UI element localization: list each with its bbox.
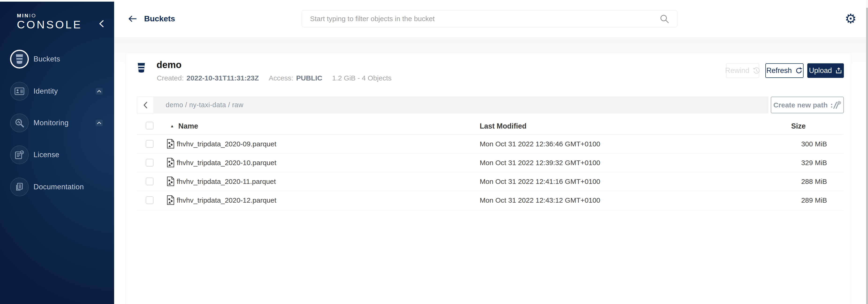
documentation-icon	[10, 177, 29, 196]
table-row[interactable]: fhvhv_tripdata_2020-10.parquet Mon Oct 3…	[137, 154, 843, 172]
main-content: demo Created: 2022-10-31T11:31:23Z Acces…	[114, 38, 866, 304]
back-button[interactable]	[128, 15, 138, 23]
object-last-modified: Mon Oct 31 2022 12:43:12 GMT+0100	[480, 191, 600, 210]
object-name[interactable]: fhvhv_tripdata_2020-12.parquet	[177, 191, 276, 210]
page-title[interactable]: Buckets	[144, 14, 175, 23]
created-value: 2022-10-31T11:31:23Z	[187, 74, 259, 82]
object-name[interactable]: fhvhv_tripdata_2020-10.parquet	[177, 154, 276, 172]
sidebar-item-identity[interactable]: Identity	[0, 82, 114, 101]
sidebar-item-buckets[interactable]: Buckets	[0, 50, 114, 68]
row-checkbox[interactable]	[146, 140, 154, 148]
select-all-checkbox[interactable]	[146, 122, 154, 130]
path-back-button[interactable]	[137, 97, 154, 113]
object-size: 288 MiB	[801, 172, 827, 191]
sidebar-item-monitoring[interactable]: Monitoring	[0, 113, 114, 132]
create-new-path-button[interactable]: Create new path	[771, 96, 844, 113]
filter-objects-input[interactable]	[302, 10, 678, 27]
breadcrumb[interactable]: demo / ny-taxi-data / raw	[154, 97, 768, 113]
page-scrollbar[interactable]	[866, 0, 868, 304]
object-size: 289 MiB	[801, 191, 827, 210]
back-arrow-icon	[128, 15, 138, 22]
chevron-left-icon	[143, 101, 148, 109]
column-header-last-modified[interactable]: Last Modified	[480, 117, 527, 135]
object-last-modified: Mon Oct 31 2022 12:36:46 GMT+0100	[480, 135, 600, 154]
license-icon	[10, 145, 29, 164]
sidebar-item-license[interactable]: License	[0, 145, 114, 164]
sidebar-item-label: License	[33, 145, 59, 164]
rewind-label: Rewind	[725, 66, 749, 75]
row-checkbox[interactable]	[146, 196, 154, 204]
sidebar-collapse-button[interactable]	[98, 20, 107, 28]
monitoring-icon	[10, 113, 29, 132]
column-header-size[interactable]: Size	[791, 117, 806, 135]
parquet-file-icon	[166, 139, 175, 149]
bucket-icon	[137, 62, 146, 74]
sidebar-item-label: Buckets	[33, 50, 60, 68]
object-size: 329 MiB	[801, 154, 827, 172]
created-label: Created:	[157, 74, 184, 82]
sidebar-item-documentation[interactable]: Documentation	[0, 177, 114, 196]
scrollbar-thumb[interactable]	[866, 8, 868, 304]
objects-table: ▲ Name Last Modified Size fhvhv_tripdata…	[137, 117, 843, 211]
bucket-name-title: demo	[157, 60, 182, 70]
search-container	[302, 10, 678, 27]
access-value: PUBLIC	[296, 74, 322, 82]
logo-brand-bold: MIN	[17, 13, 29, 19]
table-header-row: ▲ Name Last Modified Size	[137, 117, 843, 135]
settings-gear-icon[interactable]: ⚙	[845, 11, 857, 26]
chevron-up-icon[interactable]	[96, 120, 103, 126]
parquet-file-icon	[166, 195, 175, 205]
sidebar-item-label: Monitoring	[33, 113, 69, 132]
chevron-up-icon[interactable]	[96, 88, 103, 94]
upload-button[interactable]: Upload	[807, 63, 844, 78]
sort-ascending-icon[interactable]: ▲	[170, 117, 174, 135]
rewind-icon	[753, 67, 760, 74]
logo-product: CONSOLE	[17, 19, 82, 30]
topbar: Buckets ⚙	[114, 0, 866, 38]
minio-logo: MINIO CONSOLE	[17, 13, 82, 30]
identity-icon	[10, 82, 29, 101]
table-row[interactable]: fhvhv_tripdata_2020-12.parquet Mon Oct 3…	[137, 191, 843, 211]
create-new-path-label: Create new path	[773, 101, 828, 109]
bucket-browser-card: demo Created: 2022-10-31T11:31:23Z Acces…	[126, 53, 851, 304]
refresh-label: Refresh	[766, 66, 792, 75]
path-bar: demo / ny-taxi-data / raw	[137, 96, 768, 113]
object-size: 300 MiB	[801, 135, 827, 154]
row-checkbox[interactable]	[146, 159, 154, 167]
search-icon	[660, 14, 670, 24]
create-path-icon	[831, 101, 841, 110]
sidebar: MINIO CONSOLE Buckets Identity	[0, 2, 114, 304]
usage-summary: 1.2 GiB - 4 Objects	[332, 74, 391, 82]
sidebar-item-label: Documentation	[33, 177, 84, 196]
logo-brand: MINIO	[17, 13, 82, 19]
minio-console-app: MINIO CONSOLE Buckets Identity	[0, 0, 868, 304]
refresh-icon	[795, 67, 803, 74]
row-checkbox[interactable]	[146, 177, 154, 185]
object-last-modified: Mon Oct 31 2022 12:39:32 GMT+0100	[480, 154, 600, 172]
upload-icon	[835, 67, 842, 74]
sidebar-item-label: Identity	[33, 82, 58, 101]
bucket-icon	[10, 50, 29, 68]
table-row[interactable]: fhvhv_tripdata_2020-09.parquet Mon Oct 3…	[137, 135, 843, 154]
column-header-name[interactable]: Name	[178, 117, 198, 135]
parquet-file-icon	[166, 158, 175, 167]
bucket-meta: Created: 2022-10-31T11:31:23Z Access: PU…	[157, 74, 392, 82]
object-name[interactable]: fhvhv_tripdata_2020-09.parquet	[177, 135, 276, 154]
upload-label: Upload	[809, 66, 832, 75]
chevron-left-icon	[98, 20, 107, 27]
access-label: Access:	[269, 74, 293, 82]
object-last-modified: Mon Oct 31 2022 12:41:16 GMT+0100	[480, 172, 600, 191]
refresh-button[interactable]: Refresh	[765, 63, 804, 78]
rewind-button[interactable]: Rewind	[726, 63, 759, 78]
top-strip	[0, 0, 868, 2]
parquet-file-icon	[166, 176, 175, 186]
object-name[interactable]: fhvhv_tripdata_2020-11.parquet	[177, 172, 276, 191]
logo-brand-light: IO	[29, 13, 36, 19]
table-row[interactable]: fhvhv_tripdata_2020-11.parquet Mon Oct 3…	[137, 172, 843, 191]
